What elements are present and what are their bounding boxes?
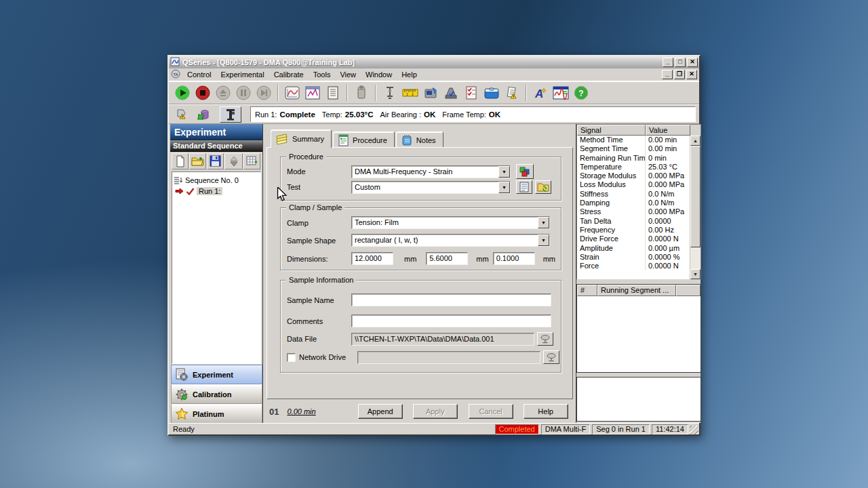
table-row[interactable]: Stiffness0.0 N/m [577,190,690,199]
column-header-value[interactable]: Value [646,125,690,136]
tab-procedure[interactable]: Procedure [333,131,395,148]
tree-item-run[interactable]: Run 1: [175,186,259,197]
nav-experiment-button[interactable]: Experiment [171,365,262,384]
pause-button[interactable] [234,83,253,102]
table-row[interactable]: Strain0.0000 % [577,253,690,262]
instrument-control-icon[interactable] [421,83,440,102]
menu-view[interactable]: View [335,69,361,80]
column-header-signal[interactable]: Signal [577,125,646,136]
menu-window[interactable]: Window [361,69,397,80]
clamp-select[interactable]: Tension: Film ▼ [351,216,550,229]
reorder-runs-button[interactable] [224,153,243,169]
append-run-button[interactable] [243,153,260,169]
start-button[interactable] [173,83,192,102]
sequence-plot-icon[interactable] [303,83,322,102]
open-sequence-button[interactable] [189,153,206,169]
table-row[interactable]: Method Time0.00 min [577,136,690,144]
menu-control[interactable]: Control [182,69,216,80]
network-drive-browse-button[interactable] [543,350,559,364]
help-icon[interactable]: ? [572,83,591,102]
table-row[interactable]: Amplitude0.000 µm [577,244,690,253]
cooler-icon[interactable] [482,83,501,102]
table-row[interactable]: Frequency0.00 Hz [577,226,690,235]
table-row[interactable]: Temperature25.03 °C [577,163,690,171]
signal-name: Stiffness [577,190,646,199]
append-button[interactable]: Append [358,404,403,419]
column-header-running-segment[interactable]: Running Segment ... [597,285,676,296]
test-open-button[interactable] [535,180,551,194]
table-row[interactable]: Segment Time0.00 min [577,144,690,153]
mdi-close-button[interactable]: ✕ [686,70,697,79]
mode-options-button[interactable] [516,164,534,179]
signal-monitor-icon[interactable] [551,83,570,102]
scroll-up-icon[interactable]: ▲ [690,136,701,146]
resize-grip[interactable] [690,426,698,434]
apply-button[interactable]: Apply [413,404,458,419]
tree-item-sequence[interactable]: Sequence No. 0 [174,175,259,186]
title-bar[interactable]: QSeries - [Q800-1579 - DMA Q800@Training… [169,56,699,68]
plot-view-icon[interactable] [283,83,302,102]
analysis-icon[interactable]: A [531,83,550,102]
sample-shape-select[interactable]: rectangular ( l, w, t) ▼ [351,234,550,247]
dropdown-arrow-icon[interactable]: ▼ [498,182,510,193]
menu-calibrate[interactable]: Calibrate [269,69,309,80]
mdi-minimize-button[interactable]: _ [662,70,673,79]
tab-notes[interactable]: Notes [396,131,443,148]
comments-field[interactable] [351,314,551,327]
table-row[interactable]: Tan Delta0.0000 [577,217,690,226]
scroll-thumb[interactable] [690,146,701,247]
new-sequence-button[interactable] [172,153,189,169]
segment-time-link[interactable]: 0.00 min [287,407,315,415]
tab-summary[interactable]: Summary [271,129,332,148]
test-select[interactable]: Custom ▼ [351,181,511,194]
reject-button[interactable] [214,83,233,102]
scroll-down-icon[interactable]: ▼ [690,269,701,279]
event-warning-icon[interactable] [172,106,191,123]
maximize-button[interactable]: □ [675,58,686,67]
menu-experimental[interactable]: Experimental [216,69,269,80]
dropdown-arrow-icon[interactable]: ▼ [538,235,549,246]
ruler-icon[interactable]: 12 [401,83,420,102]
calibration-icon[interactable] [441,83,460,102]
mdi-restore-button[interactable]: ❐ [674,70,685,79]
column-header-number[interactable]: # [577,285,597,296]
menu-help[interactable]: Help [397,69,422,80]
data-file-browse-button[interactable] [537,332,553,346]
menu-tools[interactable]: Tools [309,69,336,80]
minimize-button[interactable]: _ [663,58,673,67]
nav-platinum-button[interactable]: Platinum [171,404,262,424]
table-row[interactable]: Remaining Run Time0 min [577,154,690,163]
checklist-icon[interactable] [462,83,481,102]
furnace-icon[interactable] [352,83,371,102]
table-row[interactable]: Drive Force0.0000 N [577,235,690,243]
save-sequence-button[interactable] [207,153,224,169]
sample-name-field[interactable] [351,293,551,306]
cancel-button[interactable]: Cancel [469,404,513,419]
network-drive-checkbox[interactable] [287,353,296,362]
close-button[interactable]: ✕ [687,58,698,67]
mode-select[interactable]: DMA Multi-Frequency - Strain ▼ [351,165,511,178]
dimension-width-field[interactable]: 5.6000 [426,252,468,265]
dimension-length-field[interactable]: 12.0000 [351,252,393,265]
script-warning-icon[interactable] [502,83,521,102]
data-storage-icon[interactable] [193,106,211,123]
table-row[interactable]: Stress0.000 MPa [577,207,690,216]
data-file-field[interactable]: \\TCHEN-LT-WXP\TA\Data\DMA\Data.001 [351,333,534,346]
table-row[interactable]: Storage Modulus0.000 MPa [577,171,690,180]
step-forward-button[interactable] [254,83,273,102]
table-row[interactable]: Damping0.0 N/m [577,199,690,207]
table-row[interactable]: Force0.0000 N [577,262,690,270]
test-summary-button[interactable] [516,180,532,194]
stop-button[interactable] [193,83,212,102]
dropdown-arrow-icon[interactable]: ▼ [538,217,549,228]
table-row[interactable]: Loss Modulus0.000 MPa [577,180,690,189]
dimension-thickness-field[interactable]: 0.1000 [493,252,535,265]
experiment-icon [175,368,189,382]
help-button[interactable]: Help [524,404,568,419]
dropdown-arrow-icon[interactable]: ▼ [498,166,510,178]
nav-calibration-button[interactable]: Calibration [171,384,262,404]
notes-document-icon[interactable] [323,83,342,102]
signal-scrollbar[interactable]: ▲ ▼ [690,136,701,279]
clamp-icon[interactable] [380,83,399,102]
clamp-view-button[interactable] [220,106,241,123]
